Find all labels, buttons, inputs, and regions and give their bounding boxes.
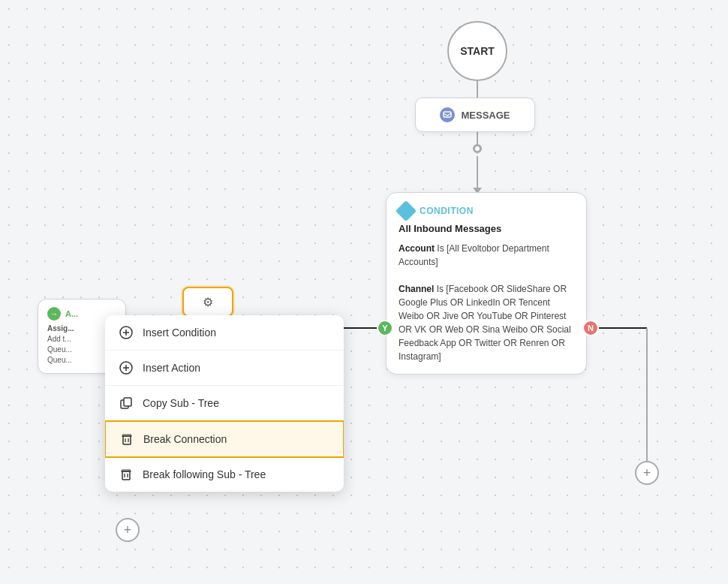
plus-button-right[interactable]: + bbox=[635, 461, 659, 485]
insert-action-icon bbox=[119, 360, 134, 375]
condition-diamond-icon bbox=[396, 200, 417, 221]
menu-label-insert-condition: Insert Condition bbox=[143, 327, 216, 339]
menu-item-break-following-sub-tree[interactable]: Break following Sub - Tree bbox=[105, 457, 344, 492]
menu-item-insert-action[interactable]: Insert Action bbox=[105, 351, 344, 386]
condition-header: CONDITION bbox=[399, 203, 574, 218]
svg-rect-25 bbox=[122, 471, 130, 480]
svg-rect-22 bbox=[123, 436, 131, 444]
message-icon bbox=[440, 107, 455, 122]
channel-value: Is [Facebook OR SlideShare OR Google Plu… bbox=[399, 284, 571, 362]
insert-condition-icon bbox=[119, 325, 134, 340]
assign-icon: → bbox=[47, 307, 61, 321]
menu-item-break-connection[interactable]: Break Connection bbox=[105, 420, 344, 458]
context-menu: Insert Condition Insert Action Copy Sub bbox=[105, 315, 344, 492]
menu-label-break-connection: Break Connection bbox=[143, 433, 227, 445]
break-subtree-icon bbox=[119, 467, 134, 482]
break-connection-icon bbox=[119, 432, 134, 447]
copy-subtree-icon bbox=[119, 396, 134, 411]
menu-item-copy-sub-tree[interactable]: Copy Sub - Tree bbox=[105, 386, 344, 421]
menu-label-copy-sub-tree: Copy Sub - Tree bbox=[143, 397, 219, 409]
condition-node[interactable]: CONDITION All Inbound Messages Account I… bbox=[386, 192, 587, 375]
message-label: MESSAGE bbox=[461, 110, 510, 121]
plus-button-left[interactable]: + bbox=[116, 518, 140, 542]
condition-title: CONDITION bbox=[420, 206, 474, 216]
menu-label-insert-action: Insert Action bbox=[143, 362, 200, 374]
svg-rect-21 bbox=[124, 398, 131, 406]
workflow-canvas: START MESSAGE CONDITION All Inbound Mess… bbox=[0, 0, 728, 584]
assign-title: A... bbox=[65, 309, 78, 318]
gear-icon: ⚙ bbox=[203, 295, 213, 309]
start-node: START bbox=[447, 21, 507, 81]
no-badge: N bbox=[582, 320, 599, 336]
yes-badge: Y bbox=[377, 320, 393, 336]
selected-node[interactable]: ⚙ bbox=[182, 287, 233, 317]
connector-dot bbox=[474, 145, 481, 152]
menu-item-insert-condition[interactable]: Insert Condition bbox=[105, 315, 344, 351]
condition-body: Account Is [All Evoltobor Department Acc… bbox=[399, 242, 574, 363]
connector-lines bbox=[0, 0, 728, 584]
channel-label: Channel bbox=[399, 284, 434, 294]
message-node[interactable]: MESSAGE bbox=[415, 98, 535, 132]
account-label: Account bbox=[399, 243, 435, 254]
menu-label-break-following-sub-tree: Break following Sub - Tree bbox=[143, 468, 266, 480]
condition-subtitle: All Inbound Messages bbox=[399, 223, 574, 234]
